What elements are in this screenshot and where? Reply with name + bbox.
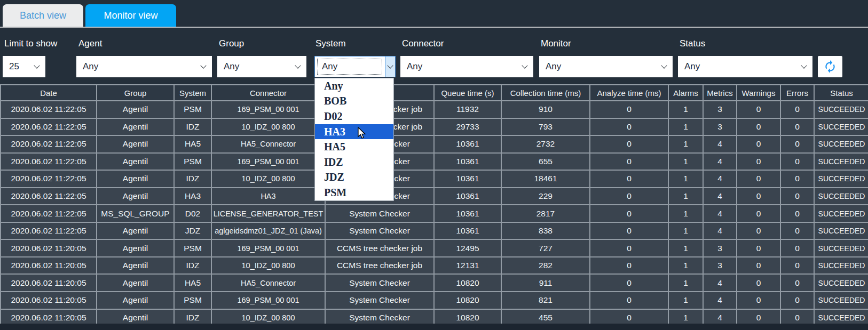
cell-connector: 169_PSM_00 001: [211, 239, 325, 257]
cell-system: JDZ: [174, 222, 211, 240]
cell-warnings: 0: [737, 135, 780, 153]
cell-errors: 0: [780, 274, 814, 292]
table-row[interactable]: 2020.06.02 11:22:05MS_SQL_GROUPD02LICENS…: [1, 205, 868, 222]
column-header-metrics: Metrics: [703, 85, 737, 101]
cell-group: Agentil: [97, 222, 174, 240]
column-header-collection-time: Collection time (ms): [501, 85, 590, 101]
cell-metrics: 4: [703, 222, 737, 240]
limit-select-value: 25: [9, 61, 19, 72]
cell-connector: LICENSE_GENERATOR_TEST: [211, 205, 325, 222]
cell-collection-time: 282: [501, 257, 590, 275]
connector-select[interactable]: Any: [400, 56, 533, 77]
table-row[interactable]: 2020.06.02 11:22:05AgentilJDZaglgeidsdmz…: [1, 222, 868, 240]
cell-warnings: 0: [737, 205, 780, 222]
cell-date: 2020.06.02 11:22:05: [1, 153, 97, 171]
cell-warnings: 0: [737, 170, 780, 188]
cell-status: SUCCEEDED: [814, 205, 868, 222]
cell-status: SUCCEEDED: [814, 101, 868, 118]
cell-connector: HA3: [211, 188, 325, 205]
table-row[interactable]: 2020.06.02 11:20:05AgentilIDZ10_IDZ_00 8…: [1, 257, 868, 275]
cell-warnings: 0: [737, 292, 780, 309]
table-row[interactable]: 2020.06.02 11:22:05AgentilIDZ10_IDZ_00 8…: [1, 118, 868, 136]
table-row[interactable]: 2020.06.02 11:22:05AgentilHA3HA3System C…: [1, 188, 868, 205]
cell-analyze-time: 0: [590, 153, 668, 171]
cell-monitor: CCMS tree checker job: [325, 239, 434, 257]
cell-warnings: 0: [737, 257, 780, 275]
system-option-jdz[interactable]: JDZ: [315, 170, 393, 186]
cell-metrics: 3: [703, 239, 737, 257]
cell-system: PSM: [174, 239, 211, 257]
system-select-button[interactable]: [385, 57, 395, 77]
system-select[interactable]: Any: [314, 56, 396, 77]
cell-date: 2020.06.02 11:20:05: [1, 274, 97, 292]
group-select-value: Any: [224, 61, 239, 72]
agent-select[interactable]: Any: [76, 56, 212, 77]
cell-alarms: 1: [668, 274, 703, 292]
cell-queue-time: 10820: [434, 292, 501, 309]
cell-errors: 0: [780, 118, 814, 136]
system-option-psm[interactable]: PSM: [315, 185, 393, 200]
cell-status: SUCCEEDED: [814, 292, 868, 309]
cell-status: SUCCEEDED: [814, 135, 868, 153]
cell-alarms: 1: [668, 292, 703, 309]
cell-metrics: 4: [703, 153, 737, 171]
cell-warnings: 0: [737, 188, 780, 205]
table-row[interactable]: 2020.06.02 11:20:05AgentilPSM169_PSM_00 …: [1, 239, 868, 257]
cell-date: 2020.06.02 11:22:05: [1, 188, 97, 205]
cell-connector: 169_PSM_00 001: [211, 292, 325, 309]
system-option-idz[interactable]: IDZ: [315, 155, 393, 170]
cell-system: PSM: [174, 292, 211, 309]
cell-metrics: 4: [703, 274, 737, 292]
system-option-bob[interactable]: BOB: [315, 94, 393, 109]
cell-queue-time: 10361: [434, 222, 501, 240]
cell-status: SUCCEEDED: [814, 257, 868, 275]
column-header-alarms: Alarms: [668, 85, 703, 101]
cell-metrics: 3: [703, 257, 737, 275]
monitor-select[interactable]: Any: [539, 56, 673, 77]
cell-connector: 10_IDZ_00 800: [211, 170, 325, 188]
column-header-connector: Connector: [211, 85, 325, 101]
cell-collection-time: 911: [501, 274, 590, 292]
refresh-button[interactable]: [818, 56, 842, 77]
cell-errors: 0: [780, 205, 814, 222]
cell-analyze-time: 0: [590, 222, 668, 240]
table-row[interactable]: 2020.06.02 11:22:05AgentilPSM169_PSM_00 …: [1, 101, 868, 118]
cell-status: SUCCEEDED: [814, 239, 868, 257]
limit-select[interactable]: 25: [3, 56, 45, 77]
cell-collection-time: 821: [501, 292, 590, 309]
system-dropdown-list: AnyBOBD02HA3HA5IDZJDZPSM: [314, 78, 394, 201]
cell-metrics: 4: [703, 170, 737, 188]
monitor-select-value: Any: [546, 61, 561, 72]
table-row[interactable]: 2020.06.02 11:22:05AgentilIDZ10_IDZ_00 8…: [1, 170, 868, 188]
table-row[interactable]: 2020.06.02 11:22:05AgentilPSM169_PSM_00 …: [1, 153, 868, 171]
monitor-results-table: DateGroupSystemConnectorMonitorQueue tim…: [0, 84, 868, 327]
tab-batch-view[interactable]: Batch view: [3, 4, 83, 27]
cell-collection-time: 838: [501, 222, 590, 240]
cell-errors: 0: [780, 292, 814, 309]
cell-status: SUCCEEDED: [814, 118, 868, 136]
column-header-system: System: [174, 85, 211, 101]
cell-analyze-time: 0: [590, 188, 668, 205]
cell-system: PSM: [174, 153, 211, 171]
chevron-down-icon: [522, 62, 527, 68]
tab-monitor-view[interactable]: Monitor view: [85, 4, 176, 27]
group-select[interactable]: Any: [217, 56, 306, 77]
cell-alarms: 1: [668, 118, 703, 136]
system-option-d02[interactable]: D02: [315, 109, 393, 124]
status-select[interactable]: Any: [678, 56, 812, 77]
cell-alarms: 1: [668, 101, 703, 118]
system-option-ha5[interactable]: HA5: [315, 139, 393, 155]
cell-collection-time: 2732: [501, 135, 590, 153]
cell-queue-time: 29733: [434, 118, 501, 136]
cell-group: Agentil: [97, 170, 174, 188]
table-row[interactable]: 2020.06.02 11:20:05AgentilHA5HA5_Connect…: [1, 274, 868, 292]
system-select-value: Any: [322, 61, 337, 72]
system-option-ha3[interactable]: HA3: [315, 124, 393, 140]
system-option-any[interactable]: Any: [315, 78, 393, 94]
table-header-row: DateGroupSystemConnectorMonitorQueue tim…: [1, 85, 868, 101]
cell-errors: 0: [780, 135, 814, 153]
cell-monitor: CCMS tree checker job: [325, 257, 434, 275]
table-row[interactable]: 2020.06.02 11:22:05AgentilHA5HA5_Connect…: [1, 135, 868, 153]
table-row[interactable]: 2020.06.02 11:20:05AgentilPSM169_PSM_00 …: [1, 292, 868, 309]
cell-collection-time: 229: [501, 188, 590, 205]
